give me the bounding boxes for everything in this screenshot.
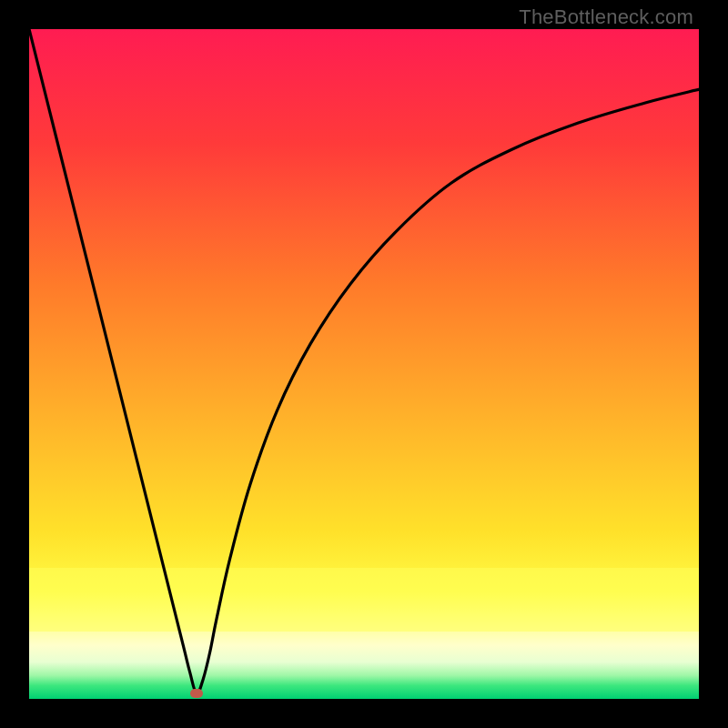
yellow-band: [29, 568, 699, 632]
chart-frame: TheBottleneck.com: [0, 0, 728, 728]
minimum-marker: [190, 689, 203, 698]
watermark-text: TheBottleneck.com: [519, 5, 693, 29]
plot-area: [29, 29, 699, 699]
